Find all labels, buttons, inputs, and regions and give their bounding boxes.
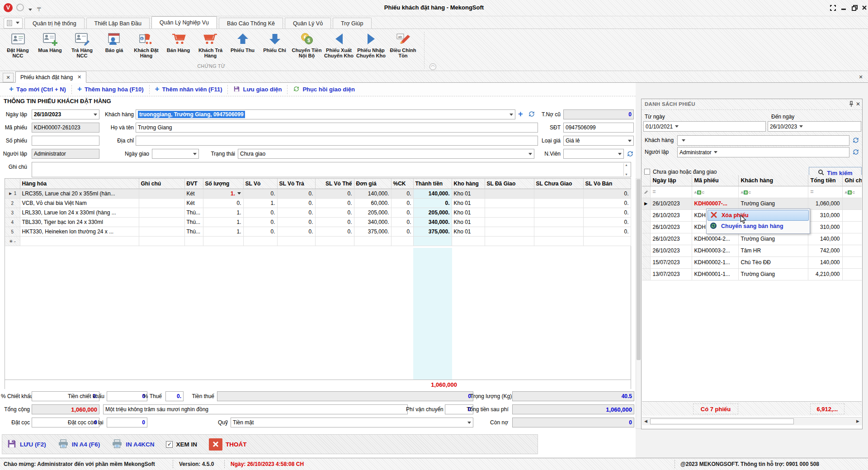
chua-giao-checkbox[interactable] <box>644 169 650 175</box>
panel-horizontal-scrollbar[interactable]: ◀ ▶ <box>642 417 862 425</box>
ribbon-button-2[interactable]: Trả Hàng NCC <box>66 30 98 58</box>
den-ngay-input[interactable]: 26/10/2023 <box>768 121 861 132</box>
ribbon-button-3[interactable]: Báo giá <box>98 30 130 58</box>
ribbon-tab-2[interactable]: Quản Lý Nghiệp Vụ <box>151 16 217 28</box>
checkbox-checked-icon[interactable]: ✓ <box>166 441 173 448</box>
panel-column-header-3[interactable]: Tổng tiền <box>808 175 842 186</box>
items-row-5[interactable]: 5HKT330, Heineken lon thường 24 x ...Thù… <box>5 227 631 237</box>
quy-select[interactable]: Tiền mặt <box>231 418 473 427</box>
items-column-header-8[interactable]: %CK <box>391 179 413 189</box>
chevron-down-icon[interactable] <box>237 192 241 196</box>
chevron-down-icon[interactable] <box>799 125 803 129</box>
save-button[interactable]: LƯU (F2) <box>7 439 46 450</box>
chevron-down-icon[interactable] <box>528 153 532 157</box>
scroll-left-icon[interactable]: ◀ <box>644 419 647 423</box>
minimize-button[interactable] <box>839 4 848 12</box>
close-icon[interactable]: ✕ <box>77 74 81 80</box>
ghi-chu-scrollbar[interactable]: ▲▼ <box>623 163 629 176</box>
dat-coc-con-lai-input[interactable]: 0 <box>107 418 147 427</box>
chevron-down-icon[interactable] <box>682 139 685 143</box>
ngay-giao-input[interactable] <box>152 149 199 159</box>
sdt-input[interactable]: 0947506099 <box>563 123 634 133</box>
chevron-down-icon[interactable] <box>714 151 717 155</box>
toolbar-item-0[interactable]: +Tạo mới (Ctrl + N) <box>4 86 71 93</box>
ribbon-button-8[interactable]: Phiếu Chi <box>259 30 291 58</box>
khach-hang-input[interactable]: truonggiang, Trường Giang, 0947506099 <box>136 109 515 119</box>
context-menu-item-1[interactable]: Chuyển sang bán hàng <box>708 221 809 232</box>
toolbar-item-1[interactable]: +Thêm hàng hóa (F10) <box>72 86 149 93</box>
items-column-header-9[interactable]: Thành tiền <box>413 179 452 189</box>
filter-cell-2[interactable]: ABC <box>738 186 808 198</box>
close-tab-right-button[interactable]: ✕ <box>855 73 866 82</box>
filter-cell-0[interactable]: = <box>650 186 692 198</box>
ribbon-button-4[interactable]: Khách Đặt Hàng <box>130 30 162 58</box>
so-phieu-input[interactable] <box>32 136 99 146</box>
toolbar-item-2[interactable]: +Thêm nhân viên (F11) <box>150 86 228 93</box>
filter-cell-4[interactable]: ABC <box>842 186 862 198</box>
refresh-icon[interactable] <box>852 148 859 157</box>
tab-phieu-khach-dat-hang[interactable]: Phiếu khách đặt hàng ✕ <box>15 71 86 83</box>
ribbon-tab-3[interactable]: Báo Cáo Thống Kê <box>219 18 283 28</box>
ho-va-ten-input[interactable]: Trường Giang <box>136 123 538 133</box>
context-menu-item-0[interactable]: Xóa phiếu <box>708 210 809 221</box>
ribbon-button-9[interactable]: €$Chuyển Tiền Nội Bộ <box>291 30 323 58</box>
thue-pct-input[interactable]: 0. <box>165 391 184 401</box>
filter-cell-3[interactable]: = <box>808 186 842 198</box>
close-tab-left-button[interactable]: ✕ <box>3 73 14 82</box>
items-column-header-5[interactable]: SL Vỏ Trả <box>277 179 315 189</box>
items-new-row[interactable]: ✳ - <box>5 237 631 246</box>
ribbon-tab-1[interactable]: Thiết Lập Ban Đầu <box>86 18 150 28</box>
panel-column-header-0[interactable]: Ngày lập <box>650 175 692 186</box>
panel-column-header-2[interactable]: Khách hàng <box>738 175 808 186</box>
toolbar-item-3[interactable]: Lưu giao diện <box>228 85 287 94</box>
nhan-vien-select[interactable] <box>563 149 624 159</box>
panel-filter-row[interactable]: =ABCABC=ABC <box>642 186 862 198</box>
toolbar-item-4[interactable]: Phục hồi giao diện <box>288 85 360 94</box>
tu-ngay-input[interactable]: 01/10/2021 <box>643 121 766 132</box>
application-menu-button[interactable] <box>4 18 23 28</box>
items-column-header-2[interactable]: ĐVT <box>184 179 203 189</box>
exit-button[interactable]: THOÁT <box>209 438 247 451</box>
chevron-down-icon[interactable] <box>193 153 197 157</box>
items-row-2[interactable]: 2VCB, Vỏ chai bia Việt NamKét0.1.0.0.60,… <box>5 199 631 208</box>
xem-in-checkbox[interactable]: ✓ XEM IN <box>166 441 197 448</box>
panel-row-7[interactable]: 13/07/2023KDH00001-1...Trường Giang4,210… <box>642 268 862 280</box>
ribbon-tab-5[interactable]: Trợ Giúp <box>333 18 371 28</box>
close-button[interactable] <box>860 4 868 12</box>
add-customer-icon[interactable]: + <box>518 109 523 119</box>
print-a4kcn-button[interactable]: IN A4KCN <box>112 439 154 450</box>
dia-chi-input[interactable] <box>136 136 538 146</box>
items-column-header-0[interactable]: Hàng hóa <box>20 179 139 189</box>
items-row-3[interactable]: 3LRL330, Larue lon 24 x 330ml (hàng ...T… <box>5 208 631 218</box>
panel-close-icon[interactable]: ✕ <box>856 101 860 107</box>
panel-column-header-4[interactable]: Ghi chú <box>842 175 862 186</box>
ribbon-tab-0[interactable]: Quản trị hệ thống <box>24 18 85 28</box>
chevron-down-icon[interactable] <box>675 125 679 129</box>
chevron-down-icon[interactable] <box>509 114 513 118</box>
items-column-header-3[interactable]: Số lượng <box>203 179 243 189</box>
ribbon-button-6[interactable]: Khách Trả Hàng <box>194 30 226 58</box>
panel-row-6[interactable]: 15/07/2023KDH00002-1...Chú Tèo ĐĐ140,000 <box>642 256 862 268</box>
panel-row-1[interactable]: ►26/10/2023KDH00007-...Trường Giang1,060… <box>642 198 862 209</box>
refresh-employee-icon[interactable] <box>627 150 634 159</box>
ribbon-button-10[interactable]: Phiếu Xuất Chuyển Kho <box>323 30 355 58</box>
items-row-1[interactable]: ► 1LRC355, Larue chai 20 x 355ml (hàn...… <box>5 189 631 199</box>
ribbon-button-12[interactable]: abĐiều Chỉnh Tồn <box>387 30 419 58</box>
ghi-chu-textarea[interactable]: ▲▼ <box>32 162 631 177</box>
scroll-right-icon[interactable]: ▶ <box>856 419 859 423</box>
panel-nguoi-lap-select[interactable]: Administrator <box>677 147 849 157</box>
items-column-header-4[interactable]: SL Vỏ <box>243 179 277 189</box>
loai-gia-select[interactable]: Giá lẻ <box>563 136 634 146</box>
fullscreen-button[interactable] <box>828 4 837 12</box>
chevron-down-icon[interactable] <box>467 422 471 426</box>
ribbon-tab-4[interactable]: Quản Lý Vỏ <box>285 18 331 28</box>
panel-column-header-1[interactable]: Mã phiếu <box>692 175 738 186</box>
items-column-header-12[interactable]: SL Chưa Giao <box>534 179 583 189</box>
panel-row-4[interactable]: 26/10/2023KDH00004-2...Trường Giang140,0… <box>642 233 862 245</box>
refresh-customer-icon[interactable] <box>528 110 535 119</box>
chevron-down-icon[interactable] <box>618 153 622 157</box>
items-column-header-13[interactable]: SL Vỏ Bán <box>583 179 631 189</box>
items-row-4[interactable]: 4TBL330, Tiger bạc lon 24 x 330mlThù...1… <box>5 218 631 227</box>
ngay-lap-input[interactable]: 26/10/2023 <box>32 109 99 119</box>
items-column-header-11[interactable]: SL Đã Giao <box>485 179 534 189</box>
